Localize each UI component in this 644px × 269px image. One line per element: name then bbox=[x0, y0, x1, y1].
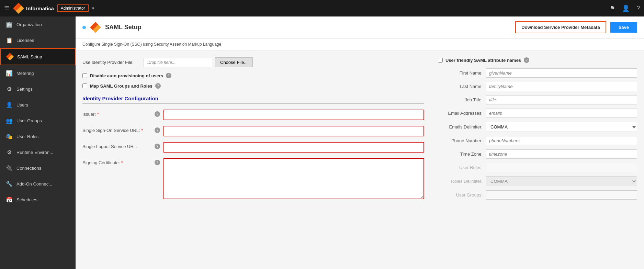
disable-auto-provision-row: Disable auto provisioning of users ? bbox=[82, 73, 424, 78]
signing-cert-help-icon[interactable]: ? bbox=[155, 160, 160, 165]
job-title-input[interactable] bbox=[486, 95, 637, 104]
user-friendly-saml-checkbox[interactable] bbox=[438, 58, 443, 63]
disable-auto-help-icon[interactable]: ? bbox=[166, 73, 171, 78]
user-profile-icon[interactable]: 👤 bbox=[622, 4, 630, 12]
sidebar-label-addon: Add-On Connec... bbox=[16, 181, 52, 187]
time-zone-field-row: Time Zone: bbox=[438, 149, 637, 159]
sidebar-label-users: Users bbox=[16, 102, 28, 108]
phone-number-input[interactable] bbox=[486, 136, 637, 145]
user-groups-attr-label: User Groups: bbox=[438, 192, 483, 198]
main-layout: 🏢 Organization 📋 Licenses SAML Setup 📊 M… bbox=[0, 16, 644, 269]
sidebar-item-saml-setup[interactable]: SAML Setup bbox=[0, 48, 76, 65]
slo-url-field-row: Single Logout Service URL: ? bbox=[82, 142, 424, 153]
connections-icon: 🔌 bbox=[5, 164, 13, 172]
admin-badge[interactable]: Administrator bbox=[57, 4, 89, 12]
sidebar-label-user-groups: User Groups bbox=[16, 118, 42, 123]
map-saml-groups-label: Map SAML Groups and Roles bbox=[90, 83, 152, 89]
sidebar: 🏢 Organization 📋 Licenses SAML Setup 📊 M… bbox=[0, 16, 76, 269]
user-groups-attr-input[interactable] bbox=[486, 190, 637, 200]
sidebar-label-saml-setup: SAML Setup bbox=[17, 54, 42, 59]
time-zone-input[interactable] bbox=[486, 149, 637, 159]
last-name-input[interactable] bbox=[486, 82, 637, 91]
app-name: Informatica bbox=[26, 5, 54, 11]
first-name-label: First Name: bbox=[438, 70, 483, 76]
issuer-input[interactable] bbox=[163, 110, 424, 120]
user-roles-field-row: User Roles: bbox=[438, 163, 637, 172]
form-area: Use Identity Provider File: Choose File.… bbox=[76, 51, 644, 212]
sidebar-label-schedules: Schedules bbox=[16, 197, 37, 202]
user-friendly-saml-help-icon[interactable]: ? bbox=[524, 57, 529, 63]
sidebar-item-connections[interactable]: 🔌 Connections bbox=[0, 160, 76, 176]
first-name-field-row: First Name: bbox=[438, 68, 637, 78]
idp-config-section-title: Identity Provider Configuration bbox=[82, 96, 424, 104]
sidebar-item-user-roles[interactable]: 🎭 User Roles bbox=[0, 128, 76, 144]
roles-delimiter-label: Roles Delimiter: bbox=[438, 179, 483, 184]
signing-cert-field-row: Signing Certificate: * ? bbox=[82, 158, 424, 199]
sso-url-input[interactable] bbox=[163, 126, 424, 136]
slo-url-label: Single Logout Service URL: bbox=[82, 142, 151, 149]
help-icon[interactable]: ? bbox=[636, 5, 640, 12]
sso-url-help-icon[interactable]: ? bbox=[155, 127, 160, 133]
email-addresses-input[interactable] bbox=[486, 109, 637, 118]
sidebar-label-organization: Organization bbox=[16, 22, 42, 27]
email-addresses-label: Email Addresses: bbox=[438, 111, 483, 116]
slo-url-help-icon[interactable]: ? bbox=[155, 144, 160, 149]
job-title-field-row: Job Title: bbox=[438, 95, 637, 104]
job-title-label: Job Title: bbox=[438, 97, 483, 102]
user-roles-icon: 🎭 bbox=[5, 133, 13, 140]
sidebar-item-settings[interactable]: ⚙ Settings bbox=[0, 81, 76, 97]
save-button[interactable]: Save bbox=[610, 22, 637, 33]
map-saml-groups-checkbox[interactable] bbox=[82, 83, 87, 88]
admin-dropdown-arrow[interactable]: ▾ bbox=[92, 6, 94, 11]
sidebar-item-licenses[interactable]: 📋 Licenses bbox=[0, 32, 76, 48]
sidebar-item-organization[interactable]: 🏢 Organization bbox=[0, 16, 76, 32]
user-friendly-saml-label: User friendly SAML attribute names bbox=[445, 58, 521, 63]
sidebar-item-users[interactable]: 👤 Users bbox=[0, 97, 76, 113]
signing-cert-textarea[interactable] bbox=[163, 158, 424, 199]
disable-auto-provision-label: Disable auto provisioning of users bbox=[90, 73, 163, 78]
flag-icon[interactable]: ⚑ bbox=[610, 4, 615, 12]
roles-delimiter-select[interactable]: COMMA SEMICOLON PIPE SPACE bbox=[486, 176, 637, 186]
page-header: SAML Setup Download Service Provider Met… bbox=[76, 16, 644, 38]
phone-number-field-row: Phone Number: bbox=[438, 136, 637, 145]
logo-area: Informatica bbox=[13, 3, 54, 14]
sso-url-label: Single Sign-On Service URL: * bbox=[82, 126, 151, 133]
file-upload-label: Use Identity Provider File: bbox=[82, 60, 141, 65]
schedules-icon: 📅 bbox=[5, 196, 13, 203]
disable-auto-provision-checkbox[interactable] bbox=[82, 73, 87, 78]
sidebar-label-connections: Connections bbox=[16, 166, 41, 171]
app-logo bbox=[13, 3, 24, 14]
map-saml-help-icon[interactable]: ? bbox=[155, 83, 161, 89]
sidebar-label-user-roles: User Roles bbox=[16, 134, 38, 139]
sidebar-label-settings: Settings bbox=[16, 87, 33, 92]
last-name-field-row: Last Name: bbox=[438, 82, 637, 91]
emails-delimiter-field-row: Emails Delimiter: COMMA SEMICOLON PIPE S… bbox=[438, 122, 637, 132]
file-drop-input[interactable] bbox=[144, 58, 212, 67]
user-roles-attr-input[interactable] bbox=[486, 163, 637, 172]
sidebar-label-licenses: Licenses bbox=[16, 38, 34, 43]
page-title: SAML Setup bbox=[105, 24, 511, 31]
sidebar-item-schedules[interactable]: 📅 Schedules bbox=[0, 192, 76, 208]
file-upload-row: Use Identity Provider File: Choose File.… bbox=[82, 57, 424, 67]
user-groups-field-row: User Groups: bbox=[438, 190, 637, 200]
sidebar-item-addon[interactable]: 🔧 Add-On Connec... bbox=[0, 176, 76, 192]
slo-url-input[interactable] bbox=[163, 142, 424, 153]
sidebar-item-user-groups[interactable]: 👥 User Groups bbox=[0, 113, 76, 128]
emails-delimiter-select[interactable]: COMMA SEMICOLON PIPE SPACE bbox=[486, 122, 637, 132]
hamburger-menu[interactable]: ☰ bbox=[4, 4, 10, 12]
issuer-help-icon[interactable]: ? bbox=[155, 111, 160, 117]
choose-file-button[interactable]: Choose File... bbox=[215, 57, 253, 67]
first-name-input[interactable] bbox=[486, 68, 637, 78]
sidebar-item-runtime[interactable]: ⚙ Runtime Environ... bbox=[0, 144, 76, 160]
settings-icon: ⚙ bbox=[5, 85, 13, 93]
issuer-field-row: Issuer: * ? bbox=[82, 110, 424, 120]
saml-icon bbox=[6, 53, 14, 60]
time-zone-label: Time Zone: bbox=[438, 152, 483, 157]
map-saml-groups-row: Map SAML Groups and Roles ? bbox=[82, 83, 424, 89]
user-roles-attr-label: User Roles: bbox=[438, 165, 483, 170]
last-name-label: Last Name: bbox=[438, 84, 483, 89]
organization-icon: 🏢 bbox=[5, 21, 13, 28]
sidebar-item-metering[interactable]: 📊 Metering bbox=[0, 65, 76, 81]
roles-delimiter-field-row: Roles Delimiter: COMMA SEMICOLON PIPE SP… bbox=[438, 176, 637, 186]
download-metadata-button[interactable]: Download Service Provider Metadata bbox=[515, 21, 606, 33]
